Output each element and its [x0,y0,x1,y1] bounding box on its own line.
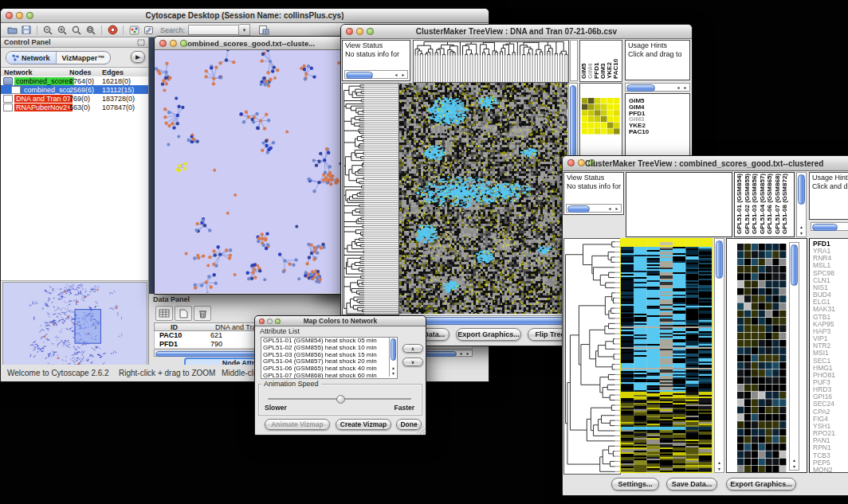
save-data-button[interactable]: Save Data... [666,478,717,490]
search-input[interactable] [188,25,239,35]
zoom-window-icon[interactable] [367,28,374,35]
network-tree-row[interactable]: DNA and Tran 07769(0)183728(0) [1,94,148,103]
scroll-down-icon[interactable]: ▾ [799,231,805,236]
zoom-window-icon[interactable] [275,318,281,324]
minimize-icon[interactable] [170,40,177,47]
view-status-hscrollbar[interactable]: ◂ ▸ [566,204,622,213]
minimize-icon[interactable] [267,318,273,324]
similarity-row-label[interactable]: PAC10 [629,129,689,135]
float-panel-icon[interactable] [137,39,145,48]
column-label[interactable]: GPL51-06 (GSM865) [767,174,773,234]
save-session-icon[interactable] [19,25,33,36]
close-icon[interactable] [259,318,265,324]
zoom-selected-icon[interactable] [69,25,84,36]
open-session-icon[interactable] [5,25,19,36]
birdseye-view[interactable] [2,282,147,373]
settings-button[interactable]: Settings... [611,478,659,490]
scrollbar-thumb[interactable] [716,240,723,279]
scroll-up-icon[interactable]: ▴ [791,458,798,463]
network-graph-canvas[interactable] [155,50,342,293]
detail-vscrollbar[interactable]: ▴ ▾ [789,242,799,471]
scroll-up-icon[interactable]: ▴ [391,365,397,370]
slider-thumb[interactable] [336,395,345,404]
scroll-down-icon[interactable]: ▾ [716,467,723,471]
zoom-out-icon[interactable] [41,25,55,36]
network-tree-row[interactable]: combined_sco2569(6)13112(15) [1,85,148,94]
window-controls[interactable] [259,318,281,324]
column-label[interactable]: GPL51-07 (GSM868) [775,174,781,234]
import-table-icon[interactable] [257,25,271,36]
scroll-down-icon[interactable]: ▾ [791,464,798,469]
network-tree-row[interactable]: RNAPuberNov2+563(0)107847(0) [1,103,148,111]
column-label[interactable]: GPL51-08 (GSM872) [782,174,788,234]
animate-vizmap-button[interactable]: Animate Vizmap [265,419,330,430]
column-label[interactable]: GPL51-04 (GSM857) [760,174,766,234]
scroll-right-icon[interactable]: ▸ [465,351,471,356]
scrollbar-thumb[interactable] [626,84,655,92]
move-up-button[interactable]: ∧ [402,344,423,353]
window-controls[interactable] [159,40,187,47]
scroll-up-icon[interactable]: ▴ [799,225,805,229]
scroll-left-icon[interactable]: ◂ [457,351,464,356]
export-graphics-button[interactable]: Export Graphics... [726,478,796,490]
network1-titlebar[interactable]: combined_scores_good.txt--cluste... [155,37,344,50]
move-down-button[interactable]: ∨ [402,357,423,366]
heatmap-vscrollbar[interactable]: ▴ ▾ [714,238,724,473]
column-label[interactable]: GPL51-03 (GSM856) [752,174,758,234]
network-tree-row[interactable]: combined_scores2764(0)16218(0) [1,76,148,85]
minimize-icon[interactable] [356,28,363,35]
speed-slider[interactable] [268,395,411,403]
treeview-dna-titlebar[interactable]: ClusterMaker TreeView : DNA and Tran 07-… [341,25,692,39]
tab-vizmapper[interactable]: VizMapper™ [57,52,111,64]
similarity-matrix-heatmap[interactable] [582,98,620,135]
row-dendrogram[interactable] [342,83,399,315]
delete-attribute-trash-icon[interactable] [194,306,211,321]
usage-hints-hscrollbar[interactable] [811,222,848,231]
new-attribute-icon[interactable] [175,306,192,321]
search-dropdown-button[interactable]: ▼ [239,24,250,36]
scroll-right-icon[interactable]: ▸ [614,206,620,211]
minimize-icon[interactable] [16,12,23,19]
network-view-window-1[interactable]: combined_scores_good.txt--cluste... [154,36,344,295]
resize-grip[interactable] [417,426,425,434]
help-lifesaver-icon[interactable] [105,25,120,36]
close-icon[interactable] [159,40,167,47]
scrollbar-thumb[interactable] [570,85,576,157]
column-label[interactable]: GPL51-02 (GSM855) [744,174,751,234]
scroll-up-icon[interactable]: ▴ [716,460,723,465]
col-header-edges[interactable]: Edges [102,68,124,76]
zoom-window-icon[interactable] [180,40,187,47]
annotation-icon[interactable] [141,25,155,36]
scroll-right-icon[interactable]: ▸ [682,85,689,90]
table-grid-icon[interactable] [155,306,173,321]
expression-heatmap[interactable] [399,83,567,314]
create-vizmap-button[interactable]: Create Vizmap [336,419,391,430]
column-label[interactable]: GPL51-01 (GSM854) [736,174,743,234]
col-header-network[interactable]: Network [4,68,33,76]
gene-label[interactable]: MON2 [813,467,848,473]
tab-network[interactable]: Network [6,52,57,64]
close-icon[interactable] [6,12,13,19]
window-controls[interactable] [6,12,33,19]
column-label[interactable]: PAC10 [613,59,619,79]
dialog-titlebar[interactable]: Map Colors to Network [255,316,426,326]
scroll-down-icon[interactable]: ▾ [391,371,397,376]
scroll-left-icon[interactable]: ◂ [675,85,681,90]
zoom-fit-icon[interactable] [84,25,98,36]
scrollbar-thumb[interactable] [346,72,373,79]
treeview-combined-titlebar[interactable]: ClusterMaker TreeView : combined_scores_… [563,156,848,171]
more-tabs-button[interactable]: ▶ [131,51,145,63]
export-graphics-button[interactable]: Export Graphics... [456,328,521,341]
zoom-detail-heatmap[interactable] [737,244,787,472]
attribute-list-vscrollbar[interactable]: ▴ ▾ [389,338,397,377]
row-dendrogram[interactable] [563,238,621,475]
column-labels-vscrollbar[interactable]: ▴ ▾ [796,172,807,237]
attribute-item[interactable]: GPL51-07 (GSM868) heat shock 60 min [261,373,397,379]
close-icon[interactable] [346,28,353,35]
column-dendrogram[interactable] [413,40,569,83]
scroll-left-icon[interactable]: ◂ [393,72,399,77]
main-titlebar[interactable]: Cytoscape Desktop (Session Name: collins… [1,9,489,23]
expression-heatmap[interactable] [620,238,713,473]
scrollbar-thumb[interactable] [791,244,798,286]
data-col-id[interactable]: ID [171,323,178,331]
